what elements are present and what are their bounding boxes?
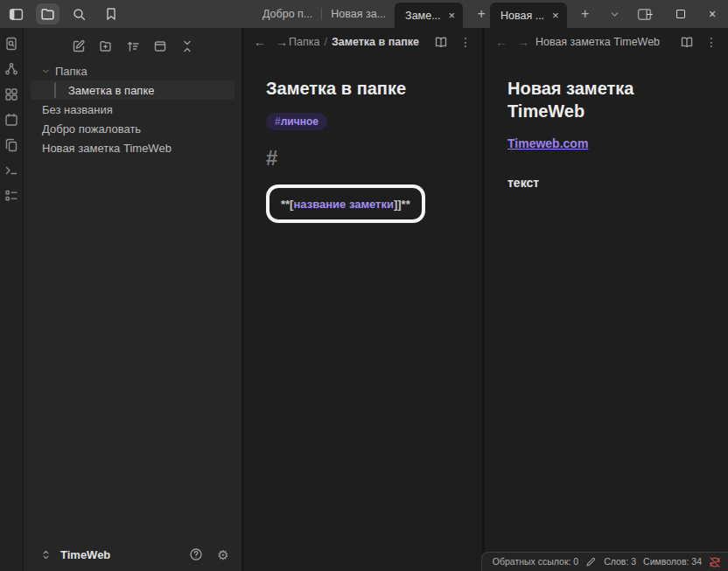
new-tab-button[interactable]: + (574, 3, 597, 25)
book-open-icon (434, 35, 448, 49)
outline-button[interactable] (4, 188, 19, 204)
book-open-icon (680, 35, 694, 49)
settings-button[interactable]: ⚙ (215, 547, 231, 562)
close-icon: × (709, 7, 716, 21)
tab-label: Заме... (405, 10, 440, 22)
chevron-down-icon (41, 66, 51, 76)
sync-status-button[interactable] (709, 556, 721, 568)
tab-note-in-folder-active[interactable]: Заме... × (395, 3, 463, 28)
search-icon (72, 7, 87, 22)
close-icon[interactable]: × (552, 10, 559, 21)
canvas-button[interactable] (4, 87, 19, 102)
back-button[interactable]: ← (254, 36, 266, 48)
close-window-button[interactable]: × (696, 0, 728, 28)
note-editor[interactable]: Заметка в папке #личное # **[название за… (243, 56, 482, 223)
tag-pill[interactable]: #личное (266, 113, 327, 130)
pane-header: ← → Папка/Заметка в папке ⋮ (243, 28, 482, 56)
breadcrumb-separator: / (324, 36, 326, 48)
search-button[interactable] (67, 3, 91, 24)
edit-mode-indicator[interactable] (585, 556, 597, 568)
char-count: Символов: 34 (643, 557, 702, 567)
plus-icon: + (477, 6, 485, 22)
square-pen-icon (72, 39, 86, 53)
more-options-button[interactable]: ⋮ (459, 36, 472, 48)
file-name: Заметка в папке (68, 84, 154, 97)
editor-pane-note-in-folder: ← → Папка/Заметка в папке ⋮ Заметка в па… (243, 28, 485, 571)
collapse-all-button[interactable] (179, 38, 195, 54)
minimize-icon: − (646, 7, 653, 21)
tab-new-note[interactable]: Новая за... (322, 0, 395, 28)
window-icon (153, 39, 167, 53)
tab-label: Новая за... (331, 8, 386, 20)
help-circle-icon (189, 547, 203, 561)
tab-timeweb-note-active[interactable]: Новая ... × (490, 3, 567, 28)
file-name: Добро пожаловать (42, 122, 141, 136)
chevrons-down-up-icon (180, 39, 194, 53)
markdown-suffix: ]]** (394, 198, 410, 211)
toggle-left-sidebar-button[interactable] (4, 3, 28, 24)
titlebar-left-actions (4, 0, 122, 28)
tab-label: Добро п... (262, 8, 312, 20)
file-name: Новая заметка TimeWeb (42, 142, 172, 155)
maximize-icon (676, 10, 685, 18)
bookmark-icon (104, 7, 118, 21)
sort-asc-icon (126, 39, 140, 53)
pane-header-actions: ⋮ (434, 35, 472, 49)
new-note-button[interactable] (71, 38, 87, 54)
graph-view-button[interactable] (4, 61, 19, 77)
tab-list-dropdown-button[interactable] (604, 3, 626, 25)
file-search-icon (4, 37, 18, 51)
markdown-prefix: **[ (281, 198, 293, 211)
bookmarks-button[interactable] (99, 3, 122, 24)
plus-icon: + (581, 6, 589, 22)
right-tab-group: Новая ... × + (490, 0, 656, 28)
templates-button[interactable] (4, 137, 19, 153)
minimize-button[interactable]: − (634, 0, 665, 28)
folder-icon (40, 7, 55, 22)
word-count: Слов: 3 (604, 557, 636, 567)
chevron-down-icon (609, 9, 620, 20)
graph-icon (4, 62, 18, 76)
daily-note-button[interactable] (4, 112, 19, 128)
close-icon[interactable]: × (449, 10, 456, 21)
tab-welcome[interactable]: Добро п... (254, 0, 321, 28)
reveal-file-button[interactable] (152, 38, 168, 54)
window-controls: − × (634, 0, 728, 28)
quick-switcher-button[interactable] (4, 36, 19, 52)
tree-file-selected[interactable]: Заметка в папке (31, 80, 234, 100)
highlight-annotation-box: **[название заметки]]** (266, 185, 425, 223)
breadcrumb-folder[interactable]: Папка (289, 36, 319, 48)
reading-view-button[interactable] (680, 35, 694, 49)
note-title: Заметка в папке (266, 77, 461, 100)
breadcrumb-note[interactable]: Заметка в папке (332, 36, 419, 48)
tag-name: личное (281, 115, 318, 128)
tag-hash: # (275, 115, 281, 128)
gear-icon: ⚙ (217, 548, 228, 561)
more-options-button[interactable]: ⋮ (705, 36, 718, 48)
help-button[interactable] (188, 547, 204, 562)
back-button[interactable]: ← (495, 36, 508, 48)
file-explorer: Папка Заметка в папке Без названия Добро… (24, 28, 242, 571)
vault-name[interactable]: TimeWeb (60, 548, 110, 561)
command-palette-button[interactable] (4, 163, 19, 178)
tree-file[interactable]: Новая заметка TimeWeb (31, 138, 234, 157)
sync-off-icon (709, 556, 721, 568)
files-view-button[interactable] (36, 3, 60, 24)
external-link[interactable]: Timeweb.com (508, 136, 588, 150)
editor-pane-timeweb-note: ← → Новая заметка TimeWeb ⋮ Новая заметк… (485, 28, 728, 571)
maximize-button[interactable] (665, 0, 696, 28)
new-folder-button[interactable] (98, 38, 114, 54)
heading-marker: # (266, 146, 461, 171)
sort-order-button[interactable] (125, 38, 141, 54)
reading-view-button[interactable] (434, 35, 448, 49)
internal-link-text[interactable]: название заметки (293, 198, 394, 211)
files-icon (4, 138, 18, 152)
vault-switcher-button[interactable] (38, 547, 53, 562)
tree-file[interactable]: Добро пожаловать (31, 119, 234, 138)
tree-file[interactable]: Без названия (31, 100, 234, 119)
note-editor[interactable]: Новая заметка TimeWeb Timeweb.com текст (485, 56, 728, 190)
tree-folder[interactable]: Папка (31, 61, 234, 80)
file-name: Без названия (42, 103, 113, 116)
folder-name: Папка (55, 65, 88, 78)
note-text: текст (508, 176, 707, 190)
